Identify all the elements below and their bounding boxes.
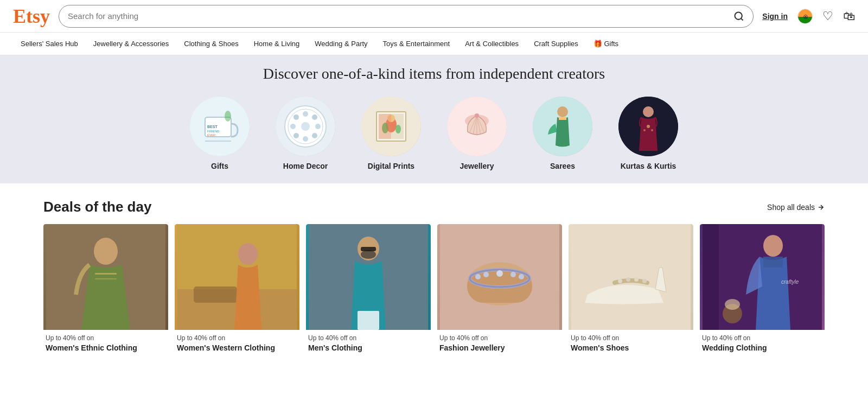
cart-icon[interactable]: 🛍 (843, 9, 855, 23)
category-label-gifts: Gifts (211, 162, 228, 170)
deal-image-womens-western (175, 224, 299, 330)
category-circle-home-decor (276, 97, 335, 156)
banner-title: Discover one-of-a-kind items from indepe… (0, 65, 868, 91)
deal-card-womens-shoes[interactable]: Up to 40% off on Women's Shoes (569, 224, 693, 355)
svg-point-23 (301, 122, 310, 131)
svg-point-78 (725, 299, 740, 310)
arrow-right-icon (817, 203, 825, 211)
deal-card-womens-ethnic[interactable]: Up to 40% off on Women's Ethnic Clothing (43, 224, 168, 355)
search-input[interactable] (68, 11, 733, 21)
deal-image-mens-clothing (306, 224, 431, 330)
nav-item-craft-supplies[interactable]: Craft Supplies (526, 33, 586, 55)
nav-item-home-living[interactable]: Home & Living (246, 33, 308, 55)
nav-item-jewellery-accessories[interactable]: Jewellery & Accessories (86, 33, 176, 55)
deal-info-fashion-jewellery: Up to 40% off on Fashion Jewellery (437, 330, 562, 355)
nav-item-wedding-party[interactable]: Wedding & Party (307, 33, 375, 55)
deal-name-wedding-clothing: Wedding Clothing (702, 343, 822, 353)
deal-image-wedding-clothing: craftyle (700, 224, 825, 330)
wishlist-icon[interactable]: ♡ (822, 9, 833, 23)
svg-point-16 (303, 136, 308, 142)
svg-point-72 (642, 279, 647, 283)
category-label-digital-prints: Digital Prints (368, 162, 414, 170)
deal-info-womens-ethnic: Up to 40% off on Women's Ethnic Clothing (43, 330, 168, 355)
header: Etsy Sign in ♡ 🛍 (0, 0, 868, 33)
etsy-logo[interactable]: Etsy (13, 5, 50, 28)
sign-in-link[interactable]: Sign in (762, 12, 788, 21)
svg-point-41 (643, 129, 646, 131)
svg-point-69 (618, 279, 622, 283)
deals-title: Deals of the day (43, 199, 151, 215)
svg-point-21 (293, 133, 299, 138)
svg-rect-47 (95, 278, 117, 279)
svg-line-1 (741, 18, 743, 20)
search-button[interactable] (733, 11, 744, 22)
nav-item-toys-entertainment[interactable]: Toys & Entertainment (375, 33, 458, 55)
svg-point-18 (315, 124, 321, 129)
svg-point-19 (293, 114, 299, 120)
svg-rect-76 (763, 257, 783, 267)
svg-point-52 (238, 243, 258, 265)
deal-card-fashion-jewellery[interactable]: Up to 40% off on Fashion Jewellery (437, 224, 562, 355)
svg-point-64 (483, 272, 489, 277)
category-item-kurtas[interactable]: Kurtas & Kurtis (618, 97, 678, 170)
deal-image-womens-ethnic (43, 224, 168, 330)
svg-rect-74 (703, 224, 719, 330)
svg-text:FRIEND: FRIEND (207, 130, 220, 133)
deal-card-wedding-clothing[interactable]: craftyle Up to 40% off on Wedding Clothi… (700, 224, 825, 355)
deal-discount-mens-clothing: Up to 40% off on (308, 334, 429, 342)
deal-discount-womens-western: Up to 40% off on (177, 334, 297, 342)
header-right: Sign in ♡ 🛍 (762, 9, 855, 24)
category-item-home-decor[interactable]: Home Decor (276, 97, 335, 170)
svg-rect-46 (95, 273, 117, 275)
deal-card-womens-western[interactable]: Up to 40% off on Women's Western Clothin… (175, 224, 299, 355)
categories-section: BEST FRIEND EVER Gifts (0, 91, 868, 183)
category-circle-kurtas (618, 97, 678, 156)
category-label-kurtas: Kurtas & Kurtis (621, 162, 676, 170)
svg-rect-51 (194, 286, 237, 303)
deal-info-womens-western: Up to 40% off on Women's Western Clothin… (175, 330, 299, 355)
svg-point-11 (225, 111, 231, 122)
svg-text:BEST: BEST (207, 125, 218, 129)
svg-point-70 (626, 277, 630, 282)
deal-name-womens-shoes: Women's Shoes (571, 343, 691, 353)
svg-point-66 (510, 272, 516, 277)
category-item-gifts[interactable]: BEST FRIEND EVER Gifts (190, 97, 250, 170)
category-item-sarees[interactable]: Sarees (533, 97, 592, 170)
country-flag[interactable] (797, 9, 813, 24)
category-item-jewellery[interactable]: Jewellery (447, 97, 507, 170)
deals-section: Deals of the day Shop all deals (0, 183, 868, 355)
deal-name-mens-clothing: Men's Clothing (308, 343, 429, 353)
svg-point-75 (763, 235, 783, 257)
svg-point-30 (395, 125, 401, 133)
deal-info-wedding-clothing: Up to 40% off on Wedding Clothing (700, 330, 825, 355)
svg-point-39 (643, 106, 654, 117)
svg-rect-50 (177, 224, 297, 289)
nav-item-clothing-shoes[interactable]: Clothing & Shoes (176, 33, 246, 55)
svg-point-40 (647, 125, 650, 128)
svg-rect-57 (358, 311, 379, 330)
nav-item-gifts[interactable]: 🎁 Gifts (586, 33, 626, 55)
svg-rect-68 (571, 224, 691, 330)
deal-image-womens-shoes (569, 224, 693, 330)
deals-grid: Up to 40% off on Women's Ethnic Clothing (43, 224, 825, 355)
deal-discount-wedding-clothing: Up to 40% off on (702, 334, 822, 342)
category-circle-jewellery (447, 97, 507, 156)
category-circle-digital-prints (361, 97, 421, 156)
category-circle-gifts: BEST FRIEND EVER (190, 97, 250, 156)
deal-name-womens-ethnic: Women's Ethnic Clothing (46, 343, 166, 353)
category-label-home-decor: Home Decor (283, 162, 328, 170)
shop-all-deals-link[interactable]: Shop all deals (767, 203, 825, 212)
svg-point-15 (303, 111, 308, 117)
nav-item-sellers-sales-hub[interactable]: Sellers' Sales Hub (13, 33, 86, 55)
svg-rect-37 (559, 117, 566, 120)
svg-point-4 (805, 16, 806, 17)
category-label-sarees: Sarees (550, 162, 575, 170)
nav-item-art-collectibles[interactable]: Art & Collectibles (457, 33, 526, 55)
category-label-jewellery: Jewellery (459, 162, 494, 170)
deals-header: Deals of the day Shop all deals (43, 199, 825, 215)
category-item-digital-prints[interactable]: Digital Prints (361, 97, 421, 170)
svg-point-36 (557, 106, 568, 117)
svg-text:EVER: EVER (207, 133, 215, 137)
deal-card-mens-clothing[interactable]: Up to 40% off on Men's Clothing (306, 224, 431, 355)
svg-point-22 (312, 133, 317, 138)
